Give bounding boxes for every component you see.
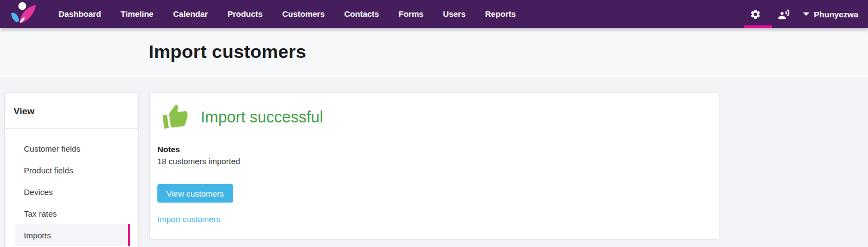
sidebar-list: Customer fields Product fields Devices T… xyxy=(15,138,130,246)
logo-circle xyxy=(18,2,26,10)
nav-item-timeline[interactable]: Timeline xyxy=(111,0,163,28)
notes-text: 18 customers imported xyxy=(157,157,240,166)
nav-item-forms[interactable]: Forms xyxy=(389,0,433,28)
sidebar-title: View xyxy=(5,93,138,128)
caret-down-icon xyxy=(803,12,809,16)
logo-blue-wing xyxy=(11,13,19,22)
sidebar-item-product-fields[interactable]: Product fields xyxy=(15,159,130,181)
nav-item-contacts[interactable]: Contacts xyxy=(335,0,389,28)
thumb-up-icon xyxy=(162,103,189,131)
sidebar-item-imports[interactable]: Imports xyxy=(15,224,130,246)
nav-links: Dashboard Timeline Calendar Products Cus… xyxy=(49,0,526,28)
notes-label: Notes xyxy=(157,145,180,154)
view-customers-button[interactable]: View customers xyxy=(157,184,233,203)
nav-item-users[interactable]: Users xyxy=(433,0,476,28)
title-band: Import customers xyxy=(0,28,868,79)
view-sidebar: View Customer fields Product fields Devi… xyxy=(4,92,139,247)
sidebar-divider xyxy=(5,128,138,129)
active-tab-indicator xyxy=(744,25,772,28)
app-logo[interactable] xyxy=(9,1,40,27)
status-title: Import successful xyxy=(201,108,323,126)
user-name: Phunyezwa xyxy=(814,10,858,19)
top-navbar: Dashboard Timeline Calendar Products Cus… xyxy=(0,0,868,28)
sidebar-item-customer-fields[interactable]: Customer fields xyxy=(15,138,130,159)
navbar-right-cluster: Phunyezwa xyxy=(743,0,858,28)
page-title: Import customers xyxy=(149,41,306,62)
user-menu[interactable]: Phunyezwa xyxy=(803,10,858,19)
sidebar-item-tax-rates[interactable]: Tax rates xyxy=(15,203,130,224)
result-header: Import successful xyxy=(157,103,323,131)
nav-item-products[interactable]: Products xyxy=(218,0,272,28)
nav-item-customers[interactable]: Customers xyxy=(272,0,334,28)
sidebar-item-devices[interactable]: Devices xyxy=(15,181,130,203)
record-voice-over-icon[interactable] xyxy=(771,0,795,28)
import-customers-link[interactable]: Import customers xyxy=(157,214,220,224)
nav-item-reports[interactable]: Reports xyxy=(475,0,526,28)
import-result-card: Import successful Notes 18 customers imp… xyxy=(149,92,719,239)
nav-item-calendar[interactable]: Calendar xyxy=(163,0,218,28)
settings-gear-icon[interactable] xyxy=(743,0,767,28)
nav-item-dashboard[interactable]: Dashboard xyxy=(49,0,111,28)
